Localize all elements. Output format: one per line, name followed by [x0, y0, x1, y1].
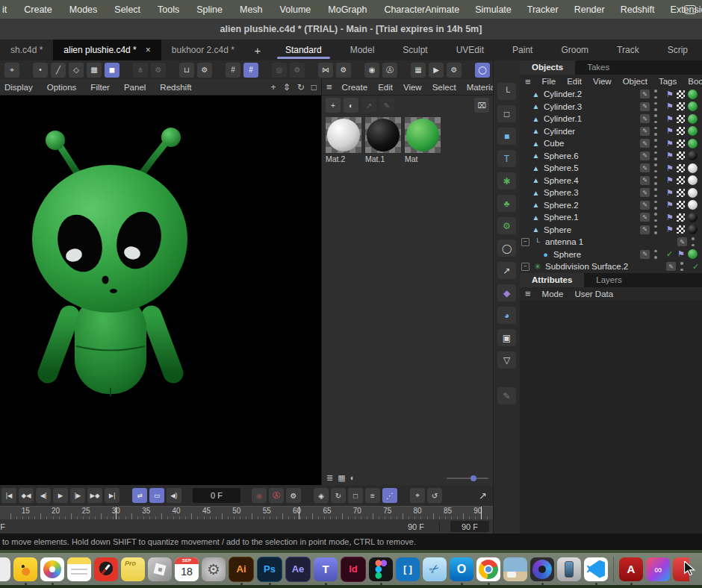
material-tag-icon[interactable] [688, 225, 698, 234]
menu-item[interactable]: Mesh [240, 4, 263, 15]
menu-item[interactable]: Animate [425, 4, 459, 15]
phong-tag-icon[interactable]: ⚑ [665, 188, 675, 198]
object-menu-item[interactable]: File [542, 77, 556, 86]
viewport-filter-icon[interactable]: ◉ [364, 63, 379, 78]
record-pla-button[interactable]: ⋰ [382, 488, 397, 503]
visibility-dots[interactable] [653, 90, 659, 98]
layout-tab[interactable]: Model [336, 40, 389, 60]
object-name[interactable]: Sphere [553, 250, 581, 259]
material-tag-icon[interactable] [688, 101, 698, 111]
keyframe-settings-button[interactable]: ⚙ [286, 488, 301, 503]
object-menu-item[interactable]: View [593, 77, 612, 86]
visibility-dots[interactable] [653, 127, 659, 136]
object-name[interactable]: Sphere.6 [544, 151, 579, 160]
visibility-dots[interactable] [653, 250, 659, 259]
autokey-button[interactable]: Ⓐ [269, 488, 284, 503]
object-name[interactable]: antenna 1 [545, 237, 583, 246]
object-name[interactable]: Cylinder.3 [544, 102, 582, 111]
workplane-snap-icon[interactable]: # [243, 63, 258, 78]
deformer-icon[interactable]: ◆ [497, 284, 516, 301]
enable-toggle-icon[interactable]: ✎ [666, 262, 676, 271]
expand-toggle[interactable]: − [521, 263, 529, 271]
goto-end-button[interactable]: ▶| [105, 488, 119, 503]
object-name[interactable]: Sphere.2 [544, 201, 579, 210]
slider-knob[interactable] [470, 475, 476, 481]
record-position-button[interactable]: ◈ [314, 488, 329, 503]
object-row[interactable]: Sphere.1 ✎ ⚑ [520, 211, 702, 224]
phong-tag-icon[interactable]: ⚑ [665, 175, 675, 185]
outlook[interactable]: O [450, 557, 473, 581]
enabled-check-icon[interactable]: ✓ [665, 249, 674, 259]
creative-cloud[interactable]: ∞ [646, 557, 670, 581]
layout-tab[interactable]: Standard [271, 40, 336, 60]
compass-utility[interactable] [94, 557, 118, 581]
thumbnail-size-slider[interactable] [447, 478, 488, 479]
next-frame-button[interactable]: |▶ [70, 488, 85, 503]
phong-tag-icon[interactable]: ⚑ [665, 114, 675, 124]
visibility-dots[interactable] [653, 225, 659, 234]
phong-tag-icon[interactable]: ⚑ [665, 213, 675, 222]
layout-tab[interactable]: Sculpt [388, 40, 441, 60]
uv-tag-icon[interactable] [677, 140, 685, 148]
enable-toggle-icon[interactable]: ✎ [640, 188, 650, 197]
enable-toggle-icon[interactable]: ✎ [640, 151, 650, 160]
menu-item[interactable]: Simulate [475, 4, 512, 15]
stage-icon[interactable]: ▽ [497, 351, 516, 369]
material-item[interactable]: Mat.1 [365, 117, 401, 163]
illustrator[interactable]: Ai [229, 557, 254, 582]
enable-toggle-icon[interactable]: ✎ [677, 237, 687, 246]
material-menu-item[interactable]: Edit [378, 83, 393, 92]
menu-item[interactable]: Create [24, 4, 52, 15]
roblox[interactable] [148, 557, 172, 581]
mograph-text-icon[interactable]: T [497, 150, 516, 167]
interactive-render-icon[interactable]: ◯ [475, 63, 490, 78]
material-item[interactable]: Mat.2 [326, 117, 361, 163]
panel-tab[interactable]: Takes [575, 60, 621, 75]
scatter-icon[interactable]: ♣ [497, 195, 516, 212]
field-icon[interactable]: ◕ [497, 307, 516, 324]
phong-tag-icon[interactable]: ⚑ [665, 139, 675, 148]
target-icon[interactable]: ◎ [272, 63, 287, 78]
material-menu-item[interactable]: View [403, 83, 422, 92]
phong-tag-icon[interactable]: ⚑ [665, 101, 675, 111]
object-name[interactable]: Cylinder.2 [544, 90, 582, 98]
sphere-view-icon[interactable]: ◐ [350, 473, 355, 483]
enable-toggle-icon[interactable]: ✎ [640, 102, 650, 111]
menu-item[interactable]: Render [574, 4, 605, 15]
visibility-dots[interactable] [653, 213, 659, 222]
enable-toggle-icon[interactable]: ✎ [640, 176, 650, 185]
polygon-icon[interactable]: ◯ [497, 240, 516, 257]
document-tab[interactable]: alien plushie.c4d * × [53, 40, 161, 60]
menu-item[interactable]: Tracker [527, 4, 559, 15]
hamburger-icon[interactable]: ≡ [525, 288, 531, 299]
timeline-ruler[interactable]: 15202530354045505560657075808590 [0, 506, 493, 519]
visibility-dots[interactable] [653, 114, 659, 123]
uv-tag-icon[interactable] [677, 102, 685, 110]
render-picture-viewer-icon[interactable]: ▶ [429, 63, 444, 78]
magnet-settings-icon[interactable]: ⚙ [197, 63, 212, 78]
edges-mode-icon[interactable]: ╱ [51, 63, 66, 78]
viewport-menu-item[interactable]: Panel [124, 83, 146, 92]
object-row[interactable]: Cylinder.2 ✎ ⚑ [520, 88, 702, 101]
object-name[interactable]: Cylinder [544, 127, 575, 136]
uv-tag-icon[interactable] [677, 176, 685, 184]
visibility-dots[interactable] [653, 201, 659, 210]
magnet-icon[interactable]: ⊔ [179, 63, 194, 78]
goto-start-button[interactable]: |◀ [1, 488, 16, 503]
enabled-check-icon[interactable]: ✓ [691, 262, 701, 272]
cinema4d[interactable] [530, 557, 554, 581]
uv-tag-icon[interactable] [677, 164, 685, 172]
primitive-cube-icon[interactable]: ■ [497, 128, 516, 145]
current-frame-field[interactable]: 0 F [193, 488, 240, 503]
document-tab[interactable]: bukhoor 2.c4d * [161, 40, 245, 60]
frame-select-icon[interactable]: □ [497, 105, 516, 122]
visibility-dots[interactable] [690, 237, 696, 246]
object-name[interactable]: Sphere.4 [544, 176, 579, 185]
material-tag-icon[interactable] [688, 126, 698, 136]
object-row[interactable]: Sphere.5 ✎ ⚑ [520, 162, 702, 175]
acrobat[interactable]: A [619, 557, 643, 581]
pan-view-icon[interactable]: + [271, 82, 276, 93]
expand-toggle[interactable]: − [521, 238, 529, 246]
visibility-dots[interactable] [653, 176, 659, 185]
record-auto-rotation-button[interactable]: ↺ [427, 488, 442, 503]
